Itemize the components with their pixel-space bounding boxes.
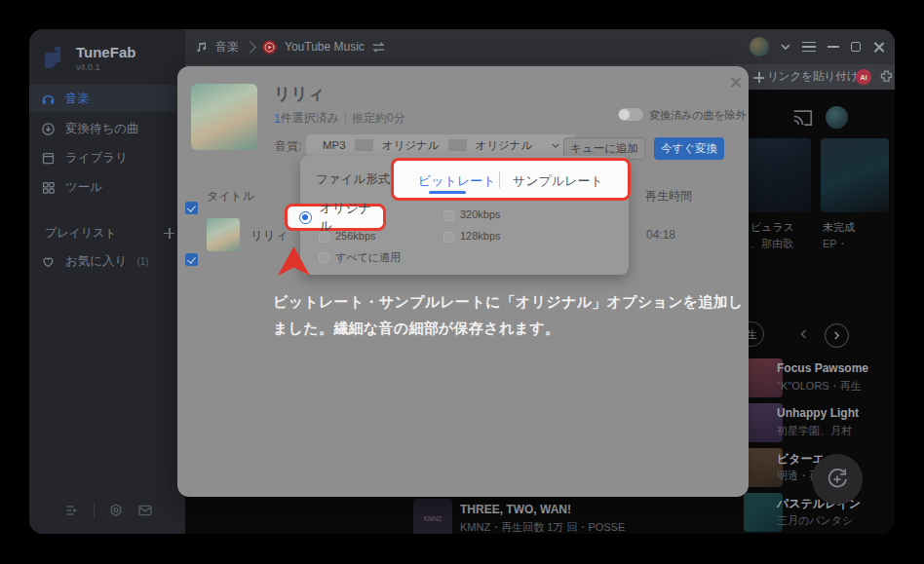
divider — [355, 139, 373, 151]
row-song-title: リリィ — [250, 228, 288, 244]
breadcrumb: 音楽 YouTube Music — [195, 39, 386, 56]
sidebar-item-queue[interactable]: 変換待ちの曲 — [29, 115, 185, 142]
account-avatar[interactable] — [750, 37, 769, 56]
column-title-header: タイトル — [207, 188, 254, 205]
screen: TuneFab v4.0.1 音楽 変換待ちの曲 ライブラリ ツール プレイリス… — [0, 0, 924, 564]
apply-all-label[interactable]: すべてに適用 — [335, 250, 401, 265]
now-playing-subtitle: KMNZ・再生回数 1万 回・POSSE — [460, 520, 625, 534]
option-original[interactable]: オリジナル — [320, 200, 383, 235]
app-logo: TuneFab v4.0.1 — [45, 45, 135, 72]
selected-count: 1 — [274, 112, 281, 126]
song-subtitle: 三月のパンタシ — [777, 513, 853, 528]
active-tab-underline — [429, 191, 466, 194]
extension-icon[interactable] — [879, 68, 894, 84]
quality-label: 音質: — [275, 138, 301, 155]
now-playing-thumbnail[interactable]: KMNZ — [413, 499, 452, 534]
annotation-text: ビットレート・サンプルレートに「オリジナル」オプションを追加しました。繊細な音の… — [273, 288, 745, 341]
playlist-title: リリィ — [274, 83, 325, 105]
tunefab-logo-icon — [45, 45, 68, 72]
tab-file-format[interactable]: ファイル形式 — [316, 171, 390, 188]
song-title: Unhappy Light — [777, 406, 859, 420]
download-circle-icon — [41, 122, 56, 136]
next-page-button[interactable] — [825, 323, 849, 348]
column-duration-header: 再生時間 — [645, 188, 692, 205]
album-cover[interactable] — [747, 138, 811, 212]
convert-dialog: リリィ 1件選択済み 推定約0分 音質: MP3 オリジナル オリジナル 変換済… — [177, 66, 749, 497]
convert-now-button[interactable]: 今すぐ変換 — [654, 137, 724, 160]
gear-icon[interactable] — [108, 503, 124, 518]
log-list-icon[interactable] — [64, 503, 80, 518]
sidebar: TuneFab v4.0.1 音楽 変換待ちの曲 ライブラリ ツール プレイリス… — [29, 29, 185, 534]
paste-link-button[interactable]: リンクを貼り付け — [753, 69, 859, 84]
highlight-tabs-box: ビットレート サンプルレート — [391, 158, 631, 201]
swap-source-icon[interactable] — [371, 41, 386, 54]
album-cover[interactable] — [821, 138, 889, 212]
exclude-converted-toggle[interactable] — [618, 108, 643, 121]
playlist-cover-art — [191, 84, 257, 150]
chevron-left-icon[interactable] — [799, 329, 808, 339]
tab-samplerate[interactable]: サンプルレート — [513, 172, 603, 190]
quality-bitrate[interactable]: オリジナル — [373, 138, 448, 153]
album-title: ビュラス — [751, 220, 794, 235]
sidebar-item-library[interactable]: ライブラリ — [29, 144, 185, 171]
now-playing-title[interactable]: THREE, TWO, WAN! — [460, 503, 571, 516]
user-avatar[interactable] — [826, 106, 848, 129]
titlebar: 音楽 YouTube Music — [185, 29, 895, 64]
select-all-checkbox[interactable] — [185, 202, 198, 214]
row-checkbox[interactable] — [185, 253, 198, 266]
radio-selected-icon[interactable] — [299, 211, 312, 224]
quality-samplerate[interactable]: オリジナル — [467, 138, 542, 153]
divider — [345, 113, 346, 125]
minimize-icon[interactable] — [828, 46, 839, 48]
plus-icon — [753, 72, 762, 81]
breadcrumb-current[interactable]: YouTube Music — [285, 40, 365, 54]
album-title: 未完成 — [823, 220, 855, 235]
chevron-down-icon[interactable] — [781, 44, 790, 50]
row-duration: 04:18 — [646, 228, 675, 242]
song-subtitle: 初星学園、月村 — [777, 424, 852, 438]
sidebar-item-label: お気に入り — [65, 253, 127, 270]
divider — [94, 504, 95, 517]
chevron-right-icon — [244, 41, 256, 54]
divider — [499, 171, 500, 188]
sidebar-item-music[interactable]: 音楽 — [29, 85, 185, 112]
mail-icon[interactable] — [137, 503, 153, 518]
sidebar-item-label: 変換待ちの曲 — [65, 121, 139, 137]
library-icon — [41, 151, 56, 166]
close-window-icon[interactable] — [872, 41, 885, 54]
option-128kbps[interactable]: 128kbps — [460, 230, 501, 242]
window-controls — [750, 29, 885, 64]
heart-icon — [41, 254, 56, 269]
breadcrumb-root[interactable]: 音楽 — [215, 39, 239, 56]
app-version: v4.0.1 — [76, 62, 135, 72]
sidebar-footer — [64, 503, 153, 518]
sidebar-item-tools[interactable]: ツール — [29, 173, 185, 201]
option-checkbox[interactable] — [443, 232, 454, 243]
apply-all-checkbox[interactable] — [319, 252, 329, 263]
option-checkbox[interactable] — [443, 210, 454, 221]
quality-format[interactable]: MP3 — [314, 139, 355, 151]
menu-icon[interactable] — [802, 42, 816, 53]
app-name: TuneFab — [76, 45, 135, 59]
floating-add-convert-button[interactable] — [812, 454, 863, 505]
add-playlist-icon[interactable] — [164, 228, 174, 239]
song-title: Focus Pawsome — [777, 361, 868, 375]
selection-summary: 1件選択済み 推定約0分 — [274, 110, 405, 127]
sidebar-item-label: ツール — [65, 179, 102, 196]
paste-link-label: リンクを貼り付け — [767, 69, 859, 84]
divider — [448, 139, 467, 151]
exclude-toggle-label: 変換済みの曲を除外 — [649, 108, 747, 123]
album-subtitle: EP・ — [823, 237, 848, 251]
cast-icon[interactable] — [792, 109, 813, 127]
tab-bitrate[interactable]: ビットレート — [418, 172, 496, 190]
headphones-icon — [41, 92, 56, 106]
ai-badge[interactable]: AI — [856, 69, 871, 85]
maximize-icon[interactable] — [851, 42, 861, 52]
sidebar-item-label: ライブラリ — [65, 150, 128, 167]
quality-selector[interactable]: MP3 オリジナル オリジナル — [306, 134, 576, 156]
option-320kbps[interactable]: 320kbps — [460, 208, 501, 220]
favorites-count: (1) — [136, 256, 148, 267]
sidebar-item-favorites[interactable]: お気に入り (1) — [29, 247, 185, 275]
ai-badge-label: AI — [861, 74, 867, 81]
sidebar-item-label: 音楽 — [65, 91, 90, 107]
